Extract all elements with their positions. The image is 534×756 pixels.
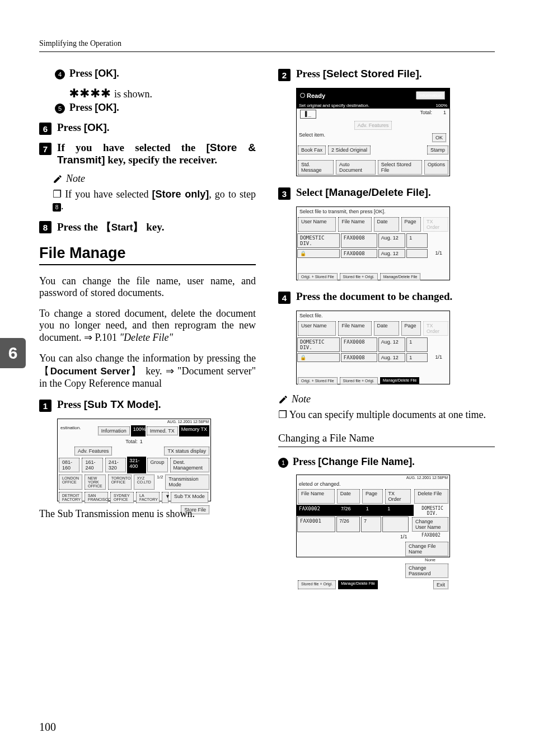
screenshot-ready: Ready Information Set original and speci… bbox=[296, 88, 450, 176]
ss1-memory-tx[interactable]: Memory TX bbox=[179, 425, 209, 436]
ss2-stamp[interactable]: Stamp bbox=[427, 145, 448, 154]
ss1-dest-mgmt[interactable]: Dest. Management bbox=[170, 458, 209, 472]
file-manage-para-2: To change a stored document, delete the … bbox=[39, 308, 256, 344]
ss5-col-tx[interactable]: TX Order bbox=[385, 489, 411, 504]
ss5-tab-1[interactable]: Stored file + Origi. bbox=[298, 580, 336, 589]
ss2-total-label: Total: bbox=[420, 110, 432, 119]
substep-4: 4 Press [OK]. bbox=[55, 68, 256, 79]
substep-number-1-icon: 1 bbox=[278, 458, 288, 468]
ss4-col-user[interactable]: User Name bbox=[298, 321, 336, 336]
ok-button-label: [OK] bbox=[95, 68, 116, 79]
ss4-r1-user: DOMESTIC DIV. bbox=[297, 337, 340, 352]
step-4: 4 Press the document to be changed. bbox=[278, 290, 495, 304]
ss1-group[interactable]: Group bbox=[147, 458, 168, 472]
ss1-immed-tx[interactable]: Immed. TX bbox=[147, 426, 178, 435]
ss4-row-2[interactable]: 🔒 FAX0008 Aug. 12 1 1/1 bbox=[297, 353, 449, 363]
ss4-tab-2[interactable]: Stored file + Origi. bbox=[340, 377, 378, 384]
ss2-options[interactable]: Options bbox=[424, 160, 448, 175]
ss4-col-file[interactable]: File Name bbox=[338, 321, 371, 336]
changing-substep-1-text: Press [Change File Name]. bbox=[293, 456, 495, 468]
ss4-row-1[interactable]: DOMESTIC DIV. FAX0008 Aug. 12 1 bbox=[297, 337, 449, 353]
ss5-change-user[interactable]: Change User Name bbox=[412, 517, 448, 532]
ss1-dest-sydney[interactable]: SYDNEY OFFICE bbox=[110, 492, 134, 503]
ss4-tab-1[interactable]: Origi. + Stored File bbox=[298, 377, 338, 384]
ss3-tab-2[interactable]: Stored file + Origi. bbox=[340, 273, 378, 280]
ss2-auto-document[interactable]: Auto Document bbox=[336, 160, 376, 175]
ss3-row-2[interactable]: 🔒 FAX0008 Aug. 12 1/1 bbox=[297, 248, 449, 259]
screenshot-change-file-name: AUG. 12.2001 12:58PM eleted or changed. … bbox=[296, 475, 450, 557]
ss5-tab-2[interactable]: Manage/Delete File bbox=[338, 580, 378, 589]
ss2-titlebar: Ready Information bbox=[297, 88, 449, 102]
ss4-r2-file: FAX0008 bbox=[341, 353, 377, 362]
document-server-key-label: Document Server bbox=[50, 366, 130, 377]
step-6-period: . bbox=[107, 121, 110, 133]
ss1-sub-tx-mode[interactable]: Sub TX Mode bbox=[171, 492, 208, 503]
note-bullet-icon-2 bbox=[278, 409, 289, 420]
ss5-r1-file[interactable]: FAX0002 bbox=[297, 505, 339, 516]
ss1-dest-sanfran[interactable]: SAN FRANCISCO bbox=[85, 492, 108, 503]
ss1-dest-xyz[interactable]: XYZ CO.LTD bbox=[134, 475, 155, 490]
step-7-note-a: If you have selected bbox=[65, 189, 152, 200]
step-1-label-a: Press bbox=[57, 398, 84, 410]
ss5-col-date[interactable]: Date bbox=[337, 489, 360, 504]
ss1-dest-toronto[interactable]: TORONTO OFFICE bbox=[108, 475, 132, 490]
ss5-exit[interactable]: Exit bbox=[433, 580, 448, 589]
ss3-col-page[interactable]: Page bbox=[401, 217, 421, 232]
ss2-book-fax[interactable]: Book Fax bbox=[298, 145, 326, 154]
ss3-col-user[interactable]: User Name bbox=[298, 217, 336, 232]
ss1-range-3[interactable]: 241-320 bbox=[105, 458, 126, 472]
ss3-col-date[interactable]: Date bbox=[374, 217, 399, 232]
ss2-information-button[interactable]: Information bbox=[416, 91, 445, 100]
ss1-tx-status[interactable]: TX status display bbox=[164, 447, 209, 456]
step-3-label-a: Select bbox=[296, 186, 325, 198]
asterisk-icons: ✱✱✱✱ bbox=[69, 84, 111, 102]
ss3-col-tx: TX Order bbox=[423, 217, 448, 232]
step-6: 6 Press [OK]. bbox=[39, 121, 256, 135]
ss1-dest-london[interactable]: LONDON OFFICE bbox=[59, 475, 82, 490]
ss1-arrow-down-icon[interactable]: ▼ bbox=[162, 492, 168, 503]
step-number-8-icon: 8 bbox=[39, 221, 51, 233]
ok-button-label-3: [OK] bbox=[84, 121, 107, 133]
ss1-range-4[interactable]: 321-400 bbox=[127, 457, 146, 473]
ss4-r2-page: 1 bbox=[406, 353, 427, 362]
ss2-std-message[interactable]: Std. Message bbox=[298, 160, 334, 175]
step-2-period: . bbox=[419, 68, 422, 79]
ss5-col-file[interactable]: File Name bbox=[298, 489, 335, 504]
ss4-col-date[interactable]: Date bbox=[374, 321, 399, 336]
ss5-change-pwd[interactable]: Change Password bbox=[405, 564, 448, 578]
ss1-trans-mode[interactable]: Transmission Mode bbox=[165, 475, 209, 490]
ss3-tab-3[interactable]: Manage/Delete File bbox=[380, 273, 421, 280]
step-8-text: Press the 【Start】 key. bbox=[57, 220, 256, 234]
ss5-r2-file[interactable]: FAX0001 bbox=[297, 516, 335, 532]
ss1-dest-newyork[interactable]: NEW YORK OFFICE bbox=[85, 475, 106, 490]
ss3-tab-1[interactable]: Origi. + Stored File bbox=[298, 273, 338, 280]
ss2-two-sided[interactable]: 2 Sided Original bbox=[328, 145, 371, 154]
note-body-2: You can specify multiple documents at on… bbox=[278, 408, 495, 421]
note-bullet-icon bbox=[53, 189, 65, 200]
ss1-range-2[interactable]: 161-240 bbox=[82, 458, 102, 472]
ss2-select-stored-file[interactable]: Select Stored File bbox=[378, 160, 422, 175]
ss4-r1-file: FAX0008 bbox=[341, 337, 377, 352]
ss1-range-1[interactable]: 081-160 bbox=[59, 458, 79, 472]
step-8-label-a: Press the bbox=[57, 221, 101, 233]
ss4-tab-3[interactable]: Manage/Delete File bbox=[380, 377, 420, 384]
ss3-col-file[interactable]: File Name bbox=[338, 217, 371, 232]
ss1-dest-detroit[interactable]: DETROIT FACTORY bbox=[59, 492, 82, 503]
step-7-note-b: , go to step bbox=[209, 189, 256, 200]
ss1-dest-la[interactable]: LA FACTORY bbox=[136, 492, 160, 503]
ss2-input-field[interactable]: ▋_ bbox=[300, 110, 316, 119]
ss3-row-1[interactable]: DOMESTIC DIV. FAX0008 Aug. 12 1 bbox=[297, 233, 449, 248]
ss4-col-page[interactable]: Page bbox=[401, 321, 421, 336]
ss1-information-button[interactable]: Information bbox=[98, 426, 130, 435]
ss5-change-file[interactable]: Change File Name bbox=[405, 542, 448, 556]
ss2-ok-button[interactable]: OK bbox=[432, 133, 446, 142]
ss5-delete-file[interactable]: Delete File bbox=[414, 489, 448, 504]
ss5-col-page[interactable]: Page bbox=[362, 489, 382, 504]
ss1-adv-features[interactable]: Adv. Features bbox=[74, 447, 112, 456]
substep-4-label: Press bbox=[69, 68, 95, 79]
step-1-text: Press [Sub TX Mode]. bbox=[57, 398, 256, 411]
ss4-r2-user: 🔒 bbox=[297, 353, 340, 362]
ss3-r1-user: DOMESTIC DIV. bbox=[297, 233, 340, 248]
ss2-adv-features[interactable]: Adv. Features bbox=[354, 121, 392, 130]
ss2-select-item: Select item. bbox=[299, 132, 325, 143]
